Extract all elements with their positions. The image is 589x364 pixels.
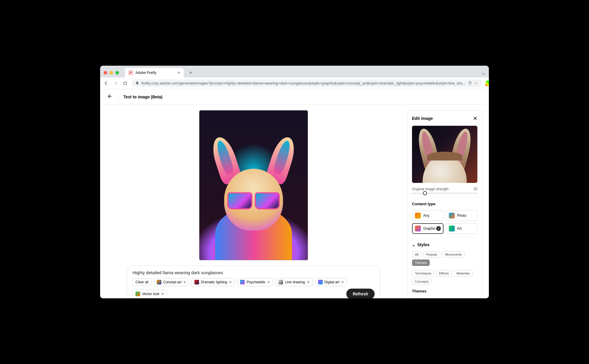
original-image-thumbnail[interactable] [412, 126, 477, 183]
divider [118, 94, 118, 100]
lock-icon [135, 81, 139, 85]
chip-label: Dramatic lighting [201, 280, 227, 284]
slider-thumb[interactable] [423, 191, 427, 195]
clear-all-button[interactable]: Clear all [133, 278, 151, 286]
type-swatch-icon [415, 226, 421, 231]
remove-chip-icon[interactable]: ✕ [229, 280, 232, 284]
prompt-bar: Highly detailed llama wearing dark sungl… [127, 266, 380, 298]
browser-tab[interactable]: Adobe Firefly ✕ [125, 68, 184, 77]
style-chip[interactable]: Vector look✕ [133, 290, 167, 298]
svg-rect-1 [136, 82, 138, 84]
strength-label: Original image strength [412, 187, 449, 191]
chip-swatch-icon [318, 280, 323, 284]
page-title: Text to image (Beta) [123, 95, 163, 99]
type-label: Photo [457, 214, 466, 218]
panel-title: Edit image [412, 116, 433, 121]
back-button[interactable] [107, 93, 112, 100]
style-chip[interactable]: Psychedelic✕ [237, 278, 273, 286]
styles-title: Styles [417, 242, 429, 247]
remove-chip-icon[interactable]: ✕ [267, 280, 270, 284]
chip-label: Concept art [163, 280, 181, 284]
divider [412, 238, 477, 238]
prompt-input[interactable]: Highly detailed llama wearing dark sungl… [133, 270, 375, 275]
nav-forward-icon[interactable] [113, 81, 118, 86]
app-header: Text to image (Beta) [100, 89, 489, 105]
chip-label: Line drawing [285, 280, 305, 284]
chip-swatch-icon [135, 292, 140, 296]
strength-value: 25 [474, 187, 477, 191]
type-swatch-icon [415, 213, 421, 219]
style-filter-pill[interactable]: Effects [436, 270, 452, 277]
browser-address-bar: firefly.corp.adobe.com/generate/images?p… [100, 77, 489, 89]
minimize-window-icon[interactable] [110, 71, 113, 75]
remove-chip-icon[interactable]: ✕ [183, 280, 186, 284]
star-icon[interactable]: ☆ [474, 81, 478, 85]
tab-title: Adobe Firefly [135, 71, 156, 75]
styles-toggle[interactable]: ⌄ Styles [412, 242, 477, 247]
type-swatch-icon [449, 213, 455, 219]
url-input[interactable]: firefly.corp.adobe.com/generate/images?p… [131, 79, 482, 87]
maximize-window-icon[interactable] [115, 71, 119, 75]
chip-swatch-icon [194, 280, 199, 284]
nav-back-icon[interactable] [104, 81, 109, 86]
chip-label: Digital art [325, 280, 340, 284]
share-icon[interactable] [468, 81, 472, 86]
type-label: Any [423, 214, 429, 218]
style-chip[interactable]: Digital art✕ [315, 278, 347, 286]
firefly-favicon-icon [128, 70, 133, 75]
themes-subtitle: Themes [412, 289, 477, 293]
style-filter-pill[interactable]: Themes [412, 259, 430, 266]
browser-tab-strip: Adobe Firefly ✕ + ⌄ [100, 66, 489, 77]
style-filter-pill[interactable]: Techniques [412, 270, 434, 277]
chip-label: Vector look [142, 292, 159, 296]
style-filter-pill[interactable]: Concepts [412, 278, 431, 285]
url-text: firefly.corp.adobe.com/generate/images?p… [141, 81, 466, 85]
type-label: Graphic [423, 226, 436, 231]
style-chip[interactable]: Concept art✕ [154, 278, 189, 286]
refresh-button[interactable]: Refresh [346, 289, 375, 298]
refresh-label: Refresh [353, 292, 368, 296]
style-chip[interactable]: Line drawing✕ [275, 278, 312, 286]
extension-icon[interactable] [486, 81, 489, 86]
new-tab-button[interactable]: + [186, 70, 195, 76]
remove-chip-icon[interactable]: ✕ [161, 292, 164, 296]
edit-image-panel: Edit image ✕ Original image strength 25 … [407, 110, 482, 298]
reload-icon[interactable] [123, 81, 128, 86]
close-window-icon[interactable] [104, 71, 107, 75]
style-chip[interactable]: Dramatic lighting✕ [191, 278, 235, 286]
divider [412, 198, 477, 198]
tabs-dropdown-icon[interactable]: ⌄ [482, 70, 485, 76]
type-label: Art [457, 226, 461, 231]
content-type-option[interactable]: Art [446, 223, 477, 234]
chip-label: Psychedelic [246, 280, 265, 284]
content-type-option[interactable]: Photo [446, 210, 477, 221]
style-filter-pill[interactable]: Movements [442, 251, 465, 258]
content-type-title: Content type [412, 202, 477, 206]
close-tab-icon[interactable]: ✕ [177, 71, 180, 75]
chip-swatch-icon [157, 280, 161, 284]
content-type-option[interactable]: Graphic [412, 223, 444, 234]
remove-chip-icon[interactable]: ✕ [341, 280, 344, 284]
style-filter-pill[interactable]: Popular [423, 251, 440, 258]
content-type-option[interactable]: Any [412, 210, 444, 221]
window-controls [104, 71, 119, 75]
chip-swatch-icon [240, 280, 245, 284]
style-filter-pill[interactable]: Materials [454, 270, 473, 277]
chip-swatch-icon [278, 280, 283, 284]
checkmark-icon [436, 226, 441, 231]
close-panel-icon[interactable]: ✕ [473, 115, 477, 122]
generated-image[interactable] [199, 110, 308, 260]
strength-slider[interactable] [412, 193, 477, 193]
clear-all-label: Clear all [135, 280, 148, 284]
type-swatch-icon [449, 226, 455, 231]
style-filter-pill[interactable]: All [412, 251, 421, 258]
chevron-down-icon: ⌄ [412, 242, 416, 247]
remove-chip-icon[interactable]: ✕ [307, 280, 310, 284]
